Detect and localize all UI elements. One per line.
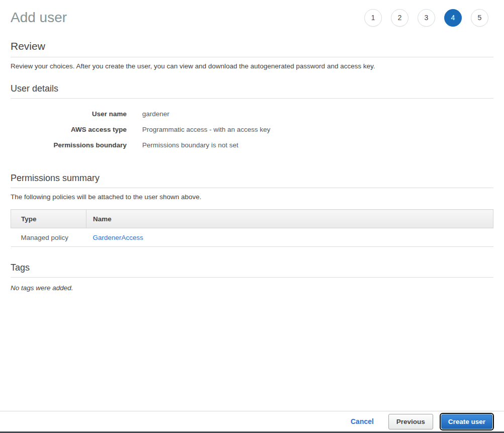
step-2: 2 [391,9,409,27]
step-2-label: 2 [398,14,402,22]
previous-button[interactable]: Previous [388,414,433,429]
user-details-list: User name gardener AWS access type Progr… [11,106,493,153]
page-title: Add user [11,10,67,26]
review-heading: Review [11,40,493,52]
permissions-boundary-value: Permissions boundary is not set [142,137,238,153]
policy-name-link[interactable]: GardenerAccess [93,234,144,241]
detail-row-access-type: AWS access type Programmatic access - wi… [11,122,493,137]
user-details-section: User details User name gardener AWS acce… [11,83,493,153]
user-details-heading: User details [11,83,493,94]
permissions-summary-divider [11,188,493,188]
policy-type-cell: Managed policy [11,228,86,247]
policy-name-cell: GardenerAccess [86,228,493,247]
wizard-footer: Cancel Previous Create user [0,411,504,431]
step-5: 5 [471,9,488,27]
permissions-boundary-label: Permissions boundary [11,137,127,153]
create-user-button-focus-ring: Create user [440,413,494,430]
table-row: Managed policy GardenerAccess [11,228,493,247]
step-1: 1 [364,9,382,27]
review-divider [11,57,493,57]
username-label: User name [11,106,127,122]
step-4-current: 4 [444,9,462,27]
tags-heading: Tags [11,263,493,273]
step-1-label: 1 [371,14,375,22]
step-3: 3 [418,9,435,27]
add-user-wizard-page: { "page": { "title": "Add user" }, "step… [0,0,504,433]
user-details-divider [11,98,493,99]
username-value: gardener [142,106,169,122]
wizard-header: Add user 1 2 3 4 5 [11,0,493,29]
column-header-type: Type [11,210,86,228]
review-description: Review your choices. After you create th… [11,62,493,70]
access-type-label: AWS access type [11,122,127,137]
step-4-label: 4 [451,14,455,22]
tags-divider [11,277,493,278]
access-type-value: Programmatic access - with an access key [142,122,270,137]
tags-section: Tags No tags were added. [11,263,493,292]
policies-table-header-row: Type Name [11,210,493,228]
detail-row-username: User name gardener [11,106,493,122]
wizard-step-indicator: 1 2 3 4 5 [364,9,488,27]
tags-empty-message: No tags were added. [11,284,493,292]
permissions-summary-section: Permissions summary The following polici… [11,173,493,247]
detail-row-permissions-boundary: Permissions boundary Permissions boundar… [11,137,493,153]
create-user-button[interactable]: Create user [441,414,492,429]
cancel-button[interactable]: Cancel [351,417,374,425]
permissions-summary-description: The following policies will be attached … [11,193,493,201]
policies-table: Type Name Managed policy GardenerAccess [11,209,493,247]
permissions-summary-heading: Permissions summary [11,173,493,184]
step-5-label: 5 [478,14,482,22]
column-header-name: Name [86,210,493,228]
step-3-label: 3 [425,14,429,22]
